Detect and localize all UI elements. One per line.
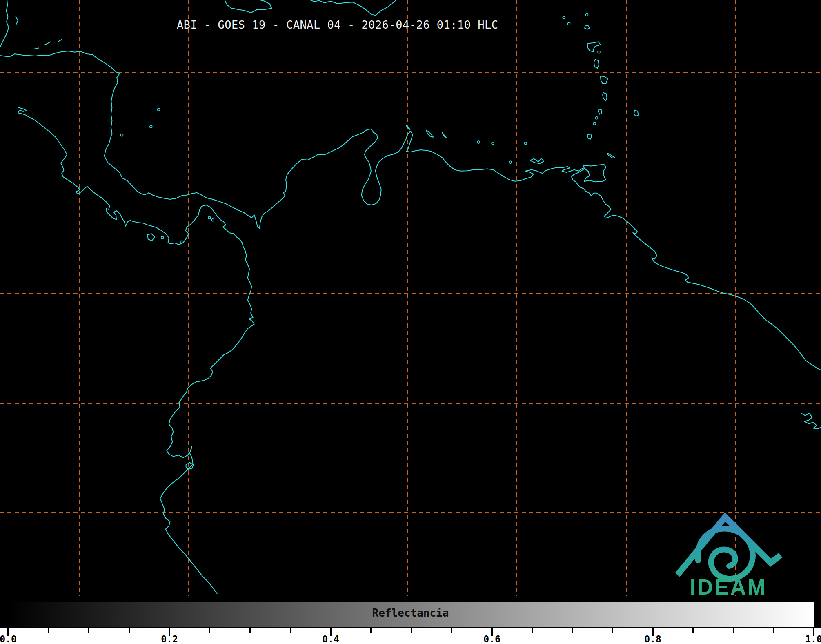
colorbar-axis: 0.00.20.40.60.81.0 <box>0 628 821 644</box>
coastline-bonaire-island <box>442 132 447 138</box>
coastline-coiba-island <box>147 234 155 241</box>
islet-dot <box>121 134 123 136</box>
islet-dot <box>150 125 152 128</box>
coastline-turneffe-islands <box>16 16 18 24</box>
colorbar-tick-label: 0.8 <box>636 634 669 644</box>
coastline-caribbean-mainland-coast <box>0 51 821 370</box>
colorbar-tick-label: 0.0 <box>0 634 24 644</box>
colorbar-minor-tick <box>733 628 734 633</box>
coastline-guadeloupe-island <box>587 42 601 52</box>
colorbar-label: Reflectancia <box>0 607 821 619</box>
islet-dot <box>563 16 565 19</box>
colorbar-minor-tick <box>249 628 251 633</box>
coastline-st-lucia-island <box>603 93 607 101</box>
coastline-hispaniola-coast <box>310 0 397 16</box>
colorbar-minor-tick <box>572 628 573 633</box>
colorbar-minor-tick <box>612 628 613 633</box>
ideam-logo-text: IDEAM <box>690 575 767 598</box>
coastline-margarita-island <box>530 158 543 164</box>
colorbar-minor-tick <box>88 628 89 633</box>
coastline-layer <box>0 0 821 593</box>
colorbar-tick-label: 0.6 <box>476 634 508 644</box>
colorbar-minor-tick <box>773 628 774 633</box>
colorbar-minor-tick <box>48 628 49 633</box>
coastline-trinidad-island <box>584 165 606 182</box>
storm-spiral-icon <box>698 528 753 579</box>
satellite-image-viewport: ABI - GOES 19 - CANAL 04 - 2026-04-26 01… <box>0 0 821 644</box>
coastline-martinique-island <box>601 76 608 84</box>
colorbar-minor-tick <box>692 628 694 633</box>
colorbar-tick-label: 1.0 <box>797 634 821 644</box>
islet-dot <box>568 22 570 25</box>
colorbar-minor-tick <box>209 628 210 633</box>
ideam-logo: IDEAM <box>673 508 787 598</box>
coastline-dominica-island <box>594 60 599 69</box>
islet-dot <box>593 122 596 125</box>
colorbar-minor-tick <box>451 628 452 633</box>
coastline-guanaja-island <box>58 40 62 41</box>
coastline-tobago-island <box>607 153 614 158</box>
coastline-utila-island <box>34 48 39 49</box>
islet-dot <box>208 216 211 219</box>
coastline-pacific-mainland-coast <box>18 107 254 593</box>
islet-dot <box>586 14 588 16</box>
coastline-roatan-island <box>44 42 51 45</box>
islet-dot <box>211 219 214 221</box>
coastline-amazon-river <box>801 413 821 429</box>
islet-dot <box>596 117 598 119</box>
islet-dot <box>158 108 160 111</box>
coastline-puna-island <box>186 463 194 469</box>
islet-dot <box>598 51 600 53</box>
islet-dot <box>161 236 164 239</box>
coastline-barbados-island <box>634 110 639 116</box>
coastline-aruba-island <box>406 125 410 130</box>
coastline-jamaica-coast <box>225 0 271 13</box>
graticule-grid <box>0 0 821 596</box>
colorbar-minor-tick <box>532 628 533 633</box>
colorbar-tick-label: 0.4 <box>314 634 347 644</box>
colorbar-tick-label: 0.2 <box>153 634 186 644</box>
colorbar-minor-tick <box>129 628 130 633</box>
colorbar-minor-tick <box>290 628 291 633</box>
islet-dot <box>492 142 494 145</box>
islet-dot <box>509 161 512 163</box>
islet-dot <box>477 141 480 143</box>
coastline-antigua-island <box>585 25 590 29</box>
image-title: ABI - GOES 19 - CANAL 04 - 2026-04-26 01… <box>177 18 498 31</box>
coastline-curacao-island <box>426 130 434 137</box>
coastline-belize-coast <box>0 0 9 46</box>
islet-dot <box>524 142 527 145</box>
colorbar-minor-tick <box>411 628 412 633</box>
map-canvas <box>0 0 821 596</box>
coastline-st-vincent-island <box>598 109 602 114</box>
coastline-grenada-island <box>587 134 592 139</box>
colorbar-minor-tick <box>370 628 372 633</box>
